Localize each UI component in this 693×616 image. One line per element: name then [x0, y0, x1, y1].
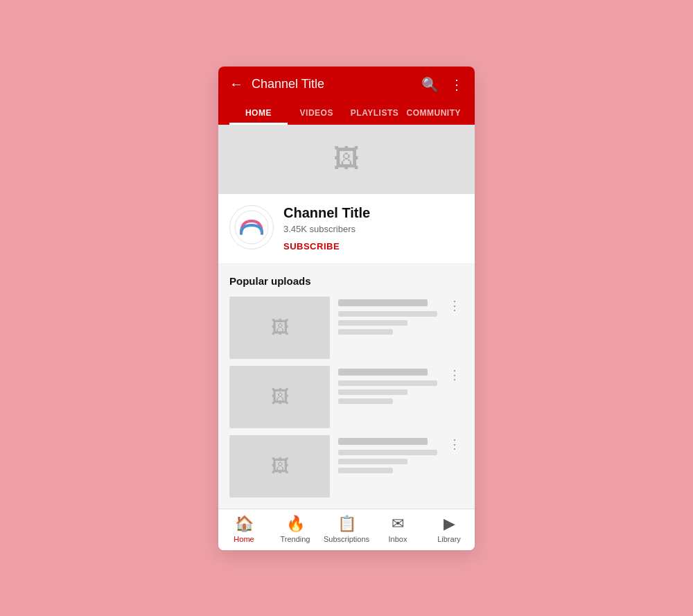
nav-label-inbox: Inbox — [389, 535, 407, 543]
nav-item-trending[interactable]: 🔥 Trending — [270, 515, 321, 543]
tab-videos[interactable]: VIDEOS — [288, 101, 346, 125]
search-icon[interactable]: 🔍 — [421, 76, 439, 93]
top-bar: ← Channel Title 🔍 ⋮ HOME VIDEOS PLAYLIST… — [218, 67, 475, 125]
video-sub-bar-short — [338, 459, 407, 464]
video-item: 🖼 ⋮ — [229, 366, 464, 428]
back-button[interactable]: ← — [229, 76, 243, 92]
video-more-icon[interactable]: ⋮ — [446, 366, 464, 384]
subscriptions-icon: 📋 — [337, 515, 356, 533]
video-item: 🖼 ⋮ — [229, 297, 464, 359]
nav-item-inbox[interactable]: ✉ Inbox — [372, 515, 423, 543]
video-sub-bar-shorter — [338, 398, 393, 404]
video-sub-bar — [338, 311, 437, 317]
nav-label-library: Library — [437, 535, 461, 543]
channel-banner: 🖼 — [218, 125, 475, 194]
content-area: Popular uploads 🖼 ⋮ 🖼 — [218, 264, 475, 509]
trending-icon: 🔥 — [286, 515, 305, 533]
phone-container: ← Channel Title 🔍 ⋮ HOME VIDEOS PLAYLIST… — [218, 67, 475, 550]
tabs: HOME VIDEOS PLAYLISTS COMMUNITY — [229, 101, 464, 125]
nav-label-trending: Trending — [280, 535, 310, 543]
channel-title-header: Channel Title — [252, 77, 324, 91]
svg-point-0 — [235, 211, 268, 244]
thumbnail-placeholder-icon: 🖼 — [271, 317, 289, 338]
tab-community[interactable]: COMMUNITY — [403, 101, 464, 125]
video-sub-bar-shorter — [338, 329, 393, 335]
video-meta — [338, 435, 437, 477]
section-title-popular: Popular uploads — [229, 275, 464, 287]
banner-placeholder-icon: 🖼 — [333, 144, 360, 174]
video-sub-bar — [338, 450, 437, 455]
nav-item-home[interactable]: 🏠 Home — [218, 515, 270, 543]
video-list: 🖼 ⋮ 🖼 — [229, 297, 464, 498]
video-meta — [338, 297, 437, 338]
video-sub-bar-shorter — [338, 468, 393, 473]
top-bar-left: ← Channel Title — [229, 76, 324, 92]
video-title-bar — [338, 369, 428, 376]
video-more-icon[interactable]: ⋮ — [446, 297, 464, 315]
home-icon: 🏠 — [235, 515, 254, 533]
video-title-bar — [338, 438, 428, 445]
avatar — [229, 205, 274, 249]
top-bar-icons: 🔍 ⋮ — [421, 76, 464, 93]
nav-item-library[interactable]: ▶ Library — [423, 515, 475, 543]
channel-info: Channel Title 3.45K subscribers SUBSCRIB… — [218, 194, 475, 264]
video-title-bar — [338, 299, 428, 306]
subscriber-count: 3.45K subscribers — [283, 224, 464, 234]
nav-item-subscriptions[interactable]: 📋 Subscriptions — [321, 515, 372, 543]
thumbnail-placeholder-icon: 🖼 — [271, 386, 289, 407]
video-meta — [338, 366, 437, 407]
video-sub-bar — [338, 380, 437, 386]
nav-label-subscriptions: Subscriptions — [324, 535, 369, 543]
video-sub-bar-short — [338, 320, 407, 326]
library-icon: ▶ — [444, 515, 455, 533]
more-vert-icon[interactable]: ⋮ — [450, 76, 464, 93]
video-thumbnail[interactable]: 🖼 — [229, 435, 330, 498]
subscribe-button[interactable]: SUBSCRIBE — [283, 241, 340, 252]
top-bar-header: ← Channel Title 🔍 ⋮ — [229, 76, 464, 101]
bottom-nav: 🏠 Home 🔥 Trending 📋 Subscriptions ✉ Inbo… — [218, 509, 475, 550]
video-thumbnail[interactable]: 🖼 — [229, 297, 330, 359]
video-sub-bar-short — [338, 389, 407, 395]
nav-label-home: Home — [234, 535, 254, 543]
channel-details: Channel Title 3.45K subscribers SUBSCRIB… — [283, 205, 464, 252]
tab-playlists[interactable]: PLAYLISTS — [346, 101, 404, 125]
video-thumbnail[interactable]: 🖼 — [229, 366, 330, 428]
video-more-icon[interactable]: ⋮ — [446, 435, 464, 453]
tab-home[interactable]: HOME — [229, 101, 288, 125]
thumbnail-placeholder-icon: 🖼 — [271, 455, 289, 477]
inbox-icon: ✉ — [392, 515, 404, 533]
video-item: 🖼 ⋮ — [229, 435, 464, 498]
channel-name: Channel Title — [283, 205, 464, 221]
